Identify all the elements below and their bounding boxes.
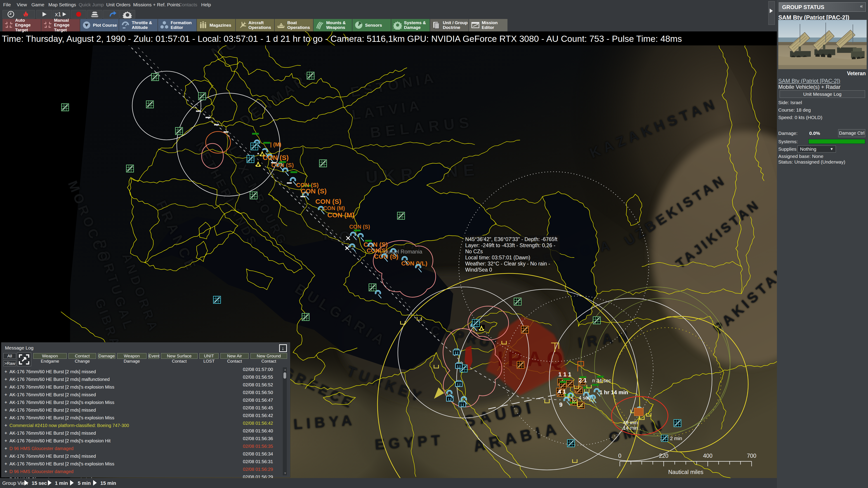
svg-text:aufuel Romania: aufuel Romania bbox=[384, 249, 423, 255]
svg-text:CON (M): CON (M) bbox=[327, 211, 354, 219]
svg-text:14 min: 14 min bbox=[623, 425, 638, 431]
svg-text:Nautical miles: Nautical miles bbox=[668, 469, 704, 475]
svg-text:49 min: 49 min bbox=[623, 420, 638, 425]
svg-text:Time: Thursday, August 2, 1990: Time: Thursday, August 2, 1990 - Zulu: 0… bbox=[2, 34, 682, 43]
svg-text:0: 0 bbox=[618, 453, 621, 459]
svg-text:CON (S): CON (S) bbox=[349, 224, 370, 230]
svg-text:400: 400 bbox=[703, 453, 712, 459]
svg-text:9: 9 bbox=[559, 401, 562, 408]
svg-text:1 1 1: 1 1 1 bbox=[558, 371, 571, 378]
svg-text:CON (S): CON (S) bbox=[301, 187, 327, 195]
svg-text:4 sec: 4 sec bbox=[579, 395, 591, 400]
svg-text:| (M): | (M) bbox=[270, 141, 281, 148]
svg-text:CON (S): CON (S) bbox=[315, 198, 341, 205]
svg-text:x1: x1 bbox=[55, 11, 61, 18]
svg-text:700: 700 bbox=[747, 453, 756, 459]
svg-text:CON (S): CON (S) bbox=[271, 162, 294, 168]
svg-text:CON (M): CON (M) bbox=[323, 205, 345, 211]
svg-text:4 1: 4 1 bbox=[558, 388, 566, 395]
svg-text:2 1: 2 1 bbox=[579, 377, 587, 384]
svg-text:CON (S): CON (S) bbox=[263, 154, 289, 161]
svg-text:220: 220 bbox=[659, 453, 669, 459]
svg-text:n 34 sec: n 34 sec bbox=[592, 378, 611, 383]
svg-text:1 hr 14 min: 1 hr 14 min bbox=[599, 389, 628, 395]
